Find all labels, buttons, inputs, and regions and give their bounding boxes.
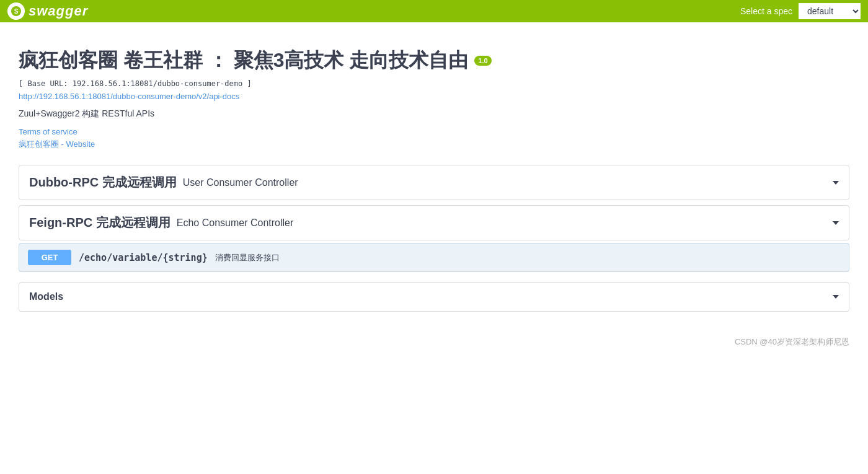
spec-select[interactable]: default — [799, 3, 861, 19]
dubbo-rpc-block: Dubbo-RPC 完成远程调用 User Consumer Controlle… — [19, 165, 849, 200]
top-header: S swagger Select a spec default — [0, 0, 868, 22]
select-spec-label: Select a spec — [740, 6, 792, 16]
models-arrow-icon — [833, 295, 839, 299]
svg-text:S: S — [14, 8, 19, 15]
footer-text: CSDN @40岁资深老架构师尼恩 — [735, 337, 849, 346]
base-url: [ Base URL: 192.168.56.1:18081/dubbo-con… — [19, 79, 849, 88]
footer: CSDN @40岁资深老架构师尼恩 — [0, 324, 868, 360]
api-title-row: 疯狂创客圈 卷王社群 ： 聚焦3高技术 走向技术自由 1.0 — [19, 47, 849, 74]
endpoint-path: /echo/variable/{string} — [79, 252, 208, 263]
dubbo-rpc-section: Dubbo-RPC 完成远程调用 User Consumer Controlle… — [19, 165, 849, 200]
dubbo-rpc-title: Dubbo-RPC 完成远程调用 — [29, 174, 177, 191]
feign-rpc-arrow-icon — [833, 221, 839, 225]
endpoint-row-echo[interactable]: GET /echo/variable/{string} 消费回显服务接口 — [19, 244, 849, 271]
endpoint-desc: 消费回显服务接口 — [215, 252, 280, 263]
api-description: Zuul+Swagger2 构建 RESTful APIs — [19, 108, 849, 120]
version-badge: 1.0 — [474, 56, 491, 66]
api-docs-link[interactable]: http://192.168.56.1:18081/dubbo-consumer… — [19, 92, 849, 101]
swagger-logo: S swagger — [7, 2, 88, 20]
endpoint-block-echo: GET /echo/variable/{string} 消费回显服务接口 — [19, 243, 849, 272]
dubbo-rpc-subtitle: User Consumer Controller — [183, 177, 298, 188]
feign-rpc-title: Feign-RPC 完成远程调用 — [29, 214, 170, 231]
models-header[interactable]: Models — [19, 283, 849, 311]
feign-rpc-subtitle: Echo Consumer Controller — [177, 217, 294, 229]
feign-rpc-block: Feign-RPC 完成远程调用 Echo Consumer Controlle… — [19, 205, 849, 240]
swagger-title-text: swagger — [29, 3, 88, 19]
header-left: S swagger — [7, 2, 88, 20]
dubbo-rpc-arrow-icon — [833, 181, 839, 185]
feign-rpc-header[interactable]: Feign-RPC 完成远程调用 Echo Consumer Controlle… — [19, 206, 849, 240]
models-title: Models — [29, 291, 63, 302]
swagger-svg-icon: S — [11, 6, 22, 17]
swagger-icon: S — [7, 2, 25, 20]
api-info-section: 疯狂创客圈 卷王社群 ： 聚焦3高技术 走向技术自由 1.0 [ Base UR… — [19, 35, 849, 165]
website-link[interactable]: 疯狂创客圈 - Website — [19, 139, 849, 150]
terms-of-service-link[interactable]: Terms of service — [19, 127, 849, 136]
main-content: 疯狂创客圈 卷王社群 ： 聚焦3高技术 走向技术自由 1.0 [ Base UR… — [0, 22, 868, 324]
dubbo-rpc-header[interactable]: Dubbo-RPC 完成远程调用 User Consumer Controlle… — [19, 165, 849, 200]
models-section: Models — [19, 282, 849, 312]
header-right: Select a spec default — [740, 3, 861, 19]
method-badge-get: GET — [28, 250, 71, 265]
feign-rpc-section: Feign-RPC 完成远程调用 Echo Consumer Controlle… — [19, 205, 849, 272]
api-title: 疯狂创客圈 卷王社群 ： 聚焦3高技术 走向技术自由 — [19, 47, 468, 74]
